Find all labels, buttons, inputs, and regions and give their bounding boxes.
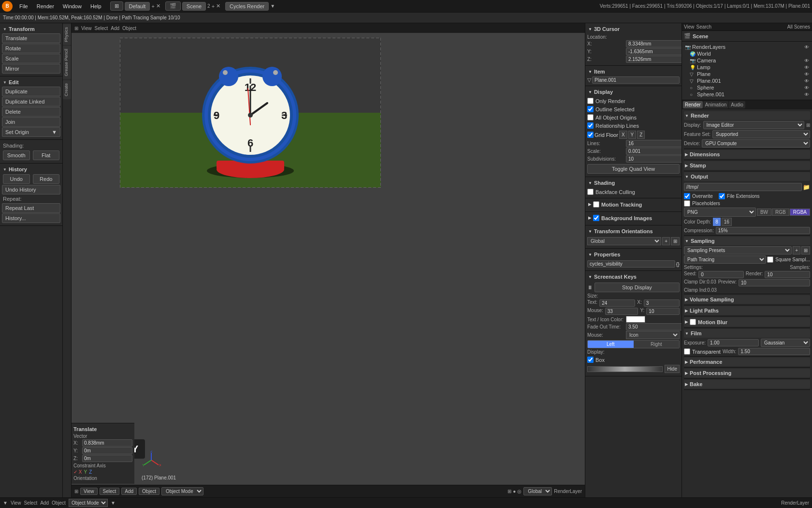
engine-name[interactable]: Cycles Render bbox=[225, 2, 269, 11]
light-paths-header[interactable]: Light Paths bbox=[684, 306, 810, 315]
motion-blur-check[interactable] bbox=[690, 319, 696, 325]
scene-name[interactable]: Scene bbox=[182, 2, 206, 11]
bottom-select[interactable]: Select bbox=[24, 500, 37, 506]
tree-row-camera[interactable]: 📷 Camera 👁 bbox=[684, 57, 810, 64]
view-icon-3[interactable]: ◎ bbox=[517, 489, 522, 494]
close-workspace[interactable]: ✕ bbox=[156, 3, 160, 9]
placeholders-check[interactable] bbox=[684, 200, 690, 207]
mouse-size-input[interactable] bbox=[605, 308, 638, 315]
lines-input[interactable] bbox=[626, 140, 682, 147]
z-axis-check[interactable]: Z bbox=[89, 469, 92, 475]
sphere001-eye[interactable]: 👁 bbox=[804, 92, 809, 97]
properties-header[interactable]: Properties bbox=[587, 251, 680, 259]
toggle-quad-btn[interactable]: Toggle Quad View bbox=[587, 164, 680, 174]
display-select[interactable]: Image Editor bbox=[703, 121, 804, 129]
x-value[interactable]: 0.838mm bbox=[82, 439, 132, 447]
tree-row-lamp[interactable]: 💡 Lamp 👁 bbox=[684, 64, 810, 71]
right-btn[interactable]: Right bbox=[634, 341, 680, 348]
tree-row-renderlayers[interactable]: 📷 RenderLayers 👁 bbox=[684, 44, 810, 50]
all-origins-check[interactable]: All Object Origins bbox=[587, 113, 680, 121]
overwrite-check[interactable] bbox=[684, 193, 690, 199]
sampling-header[interactable]: Sampling bbox=[684, 237, 810, 245]
depth-8-btn[interactable]: 8 bbox=[713, 218, 721, 226]
bw-tab[interactable]: BW bbox=[757, 209, 771, 216]
engine-arrow[interactable]: ▼ bbox=[270, 3, 275, 9]
motion-blur-header[interactable]: Motion Blur bbox=[684, 317, 810, 327]
scale-btn[interactable]: Scale bbox=[2, 54, 60, 63]
view-icon-2[interactable]: ● bbox=[513, 489, 516, 494]
bottom-view[interactable]: View bbox=[11, 500, 21, 506]
footer-add[interactable]: Add bbox=[121, 488, 137, 495]
footer-object[interactable]: Object bbox=[139, 488, 160, 495]
workspace-tab[interactable]: Default bbox=[125, 2, 150, 11]
preview-input[interactable] bbox=[739, 279, 810, 286]
transparent-check[interactable] bbox=[684, 348, 690, 355]
close-scene[interactable]: ✕ bbox=[216, 3, 220, 9]
stop-display-btn[interactable]: Stop Display bbox=[594, 283, 680, 292]
global-select[interactable]: Global bbox=[523, 487, 552, 495]
relationship-lines-check[interactable]: Relationship Lines bbox=[587, 121, 680, 130]
add-workspace[interactable]: + bbox=[151, 3, 154, 9]
animation-tab[interactable]: Animation bbox=[703, 101, 728, 108]
grid-floor-check[interactable] bbox=[587, 132, 594, 138]
bottom-mode-select[interactable]: Object Mode bbox=[69, 499, 108, 507]
performance-header[interactable]: Performance bbox=[684, 358, 810, 366]
undo-history-btn[interactable]: Undo History bbox=[2, 185, 60, 194]
render-tab[interactable]: Render bbox=[683, 101, 703, 108]
z-axis-btn[interactable]: Z bbox=[637, 131, 645, 139]
stamp-header[interactable]: Stamp bbox=[684, 161, 810, 170]
film-header[interactable]: Film bbox=[684, 329, 810, 338]
camera-eye[interactable]: 👁 bbox=[804, 58, 809, 63]
output-header[interactable]: Output bbox=[684, 172, 810, 181]
bg-images-header[interactable]: Background Images bbox=[587, 214, 680, 223]
mirror-btn[interactable]: Mirror bbox=[2, 64, 60, 74]
orientation-select[interactable]: Global bbox=[587, 237, 661, 245]
post-processing-header[interactable]: Post Processing bbox=[684, 369, 810, 377]
rgba-tab[interactable]: RGBA bbox=[790, 209, 810, 216]
footer-view[interactable]: View bbox=[80, 488, 98, 495]
mouse-type-select[interactable]: Icon bbox=[626, 331, 680, 339]
subdiv-input[interactable] bbox=[626, 155, 682, 163]
undo-btn[interactable]: Undo bbox=[3, 174, 30, 184]
cursor-x-input[interactable] bbox=[626, 40, 682, 47]
pos-x-input[interactable] bbox=[644, 299, 680, 307]
width-input[interactable] bbox=[738, 348, 810, 355]
redo-btn[interactable]: Redo bbox=[33, 174, 60, 184]
z-value[interactable]: 0m bbox=[82, 455, 132, 462]
orient-add-btn[interactable]: + bbox=[662, 237, 670, 245]
plane001-eye[interactable]: 👁 bbox=[804, 78, 809, 84]
rotate-btn[interactable]: Rotate bbox=[2, 44, 60, 53]
duplicate-btn[interactable]: Duplicate bbox=[2, 87, 60, 96]
text-size-input[interactable] bbox=[599, 299, 635, 307]
item-header[interactable]: Item bbox=[587, 68, 680, 76]
menu-window[interactable]: Window bbox=[59, 2, 86, 10]
bottom-view-icon[interactable]: ▼ bbox=[3, 500, 8, 506]
render-samples-input[interactable] bbox=[765, 271, 810, 278]
device-select[interactable]: GPU Compute bbox=[702, 139, 810, 148]
shading-n-header[interactable]: Shading bbox=[587, 179, 680, 188]
repeat-last-btn[interactable]: Repeat Last bbox=[2, 203, 60, 213]
method-select[interactable]: Path Tracing bbox=[684, 255, 766, 264]
cursor-header[interactable]: 3D Cursor bbox=[587, 25, 680, 34]
seed-input[interactable] bbox=[698, 271, 744, 278]
color-swatch[interactable] bbox=[626, 316, 645, 323]
add-scene[interactable]: + bbox=[212, 3, 215, 9]
duplicate-linked-btn[interactable]: Duplicate Linked bbox=[2, 97, 60, 106]
object-mode-select[interactable]: Object Mode bbox=[161, 487, 203, 495]
only-render-check[interactable]: Only Render bbox=[587, 97, 680, 105]
bottom-add[interactable]: Add bbox=[40, 500, 49, 506]
left-btn[interactable]: Left bbox=[588, 341, 634, 348]
audio-tab[interactable]: Audio bbox=[729, 101, 745, 108]
cursor-y-input[interactable] bbox=[626, 48, 682, 55]
y-value[interactable]: 0m bbox=[82, 447, 132, 454]
x-axis-btn[interactable]: X bbox=[619, 131, 627, 139]
view-btn[interactable]: View bbox=[684, 24, 695, 30]
fade-input[interactable] bbox=[626, 323, 682, 330]
plane-eye[interactable]: 👁 bbox=[804, 72, 809, 77]
join-btn[interactable]: Join bbox=[2, 117, 60, 127]
motion-tracking-header[interactable]: Motion Tracking bbox=[587, 200, 680, 209]
bottom-object[interactable]: Object bbox=[52, 500, 66, 506]
output-path-input[interactable] bbox=[684, 183, 802, 191]
flat-btn[interactable]: Flat bbox=[33, 150, 60, 160]
physics-tab[interactable]: Physics bbox=[63, 24, 71, 45]
